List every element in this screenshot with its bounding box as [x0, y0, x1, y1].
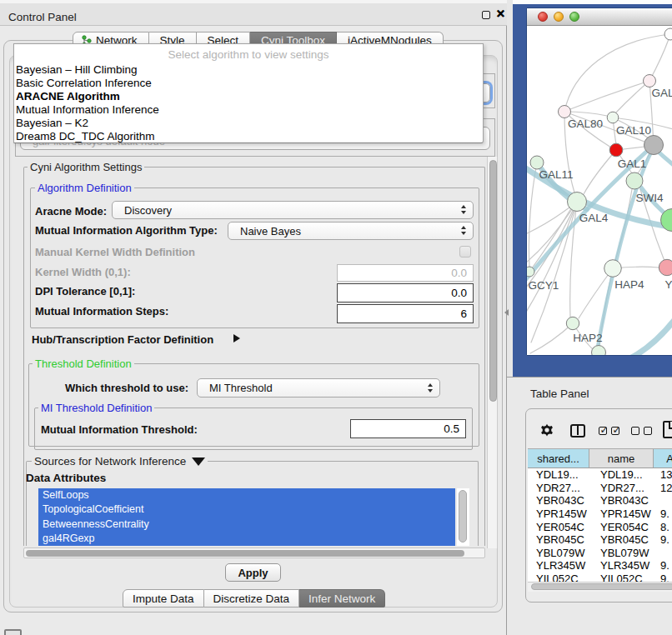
settings-horizontal-scrollbar[interactable]	[23, 548, 485, 558]
dropdown-placeholder: Select algorithm to view settings	[14, 44, 483, 63]
attributes-list-scrollbar[interactable]	[457, 488, 469, 546]
sources-group-title[interactable]: Sources for Network Inference	[32, 455, 208, 468]
network-canvas[interactable]: GALGAL80GAL10GAL1GAL11SWI4GAL4GCY1HAP4YH…	[527, 26, 672, 355]
checked-box-icon	[611, 427, 619, 435]
table-cell: 9.	[654, 533, 672, 546]
table-row[interactable]: YLR345WYLR345W9.	[528, 559, 672, 572]
network-node-gcy1[interactable]	[527, 267, 534, 277]
attributes-scrollbar-thumb[interactable]	[459, 490, 467, 542]
network-node-label: GAL1	[618, 158, 647, 170]
unchecked-boxes-icon[interactable]	[631, 427, 652, 435]
data-attributes-list[interactable]: SelfLoopsTopologicalCoefficientBetweenne…	[38, 488, 455, 546]
column-header-name[interactable]: name	[589, 449, 654, 468]
table-row[interactable]: YBR043CYBR043C	[528, 494, 672, 508]
document-icon[interactable]	[663, 421, 672, 438]
network-node-swi4[interactable]	[626, 172, 643, 189]
attribute-list-item[interactable]: gal4RGexp	[38, 532, 455, 546]
network-edge[interactable]	[529, 208, 571, 272]
mi-threshold-field[interactable]: 0.5	[350, 419, 466, 438]
table-header-row: shared...nameA	[528, 448, 672, 468]
tab-discretize-data[interactable]: Discretize Data	[204, 589, 300, 608]
mi-threshold-group-title: MI Threshold Definition	[38, 402, 154, 414]
apply-button[interactable]: Apply	[225, 563, 281, 582]
network-node-gal1[interactable]	[609, 143, 623, 157]
tab-infer-network[interactable]: Infer Network	[299, 589, 385, 608]
gear-icon[interactable]	[540, 423, 554, 437]
control-panel-titlebar[interactable]: Control Panel	[0, 3, 507, 26]
network-node-gal[interactable]	[644, 75, 656, 88]
close-window-icon[interactable]	[538, 12, 548, 22]
splitter-collapse-icon[interactable]	[504, 309, 509, 316]
mi-threshold-label: Mutual Information Threshold:	[41, 423, 198, 436]
combo-arrows-icon	[454, 222, 473, 239]
network-node[interactable]	[664, 28, 672, 40]
network-window-titlebar[interactable]	[527, 8, 672, 26]
network-edge[interactable]	[614, 81, 649, 114]
settings-vertical-scrollbar[interactable]	[487, 157, 498, 548]
table-hscroll-thumb[interactable]	[531, 583, 672, 590]
manual-kernel-label: Manual Kernel Width Definition	[35, 246, 195, 258]
column-header-a[interactable]: A	[654, 449, 672, 468]
table-row[interactable]: YDR27...YDR27...12	[528, 482, 672, 495]
tab-impute-data[interactable]: Impute Data	[123, 589, 204, 608]
column-header-shared-[interactable]: shared...	[528, 449, 589, 468]
network-edge[interactable]	[564, 34, 670, 112]
network-node-gal80[interactable]	[559, 106, 571, 118]
attribute-list-item[interactable]: SelfLoops	[38, 488, 455, 502]
network-node[interactable]	[644, 136, 664, 155]
network-node-label: HAP2	[573, 332, 602, 344]
attribute-list-item[interactable]: BetweennessCentrality	[38, 518, 455, 532]
kernel-width-field[interactable]: 0.0	[337, 264, 474, 282]
table-row[interactable]: YBL079WYBL079W	[528, 547, 672, 560]
dropdown-item[interactable]: Dream8 DC_TDC Algorithm	[14, 130, 483, 143]
network-view-window[interactable]: GALGAL80GAL10GAL1GAL11SWI4GAL4GCY1HAP4YH…	[526, 8, 672, 356]
mi-steps-label: Mutual Information Steps:	[35, 305, 168, 318]
network-edge[interactable]	[570, 81, 649, 109]
network-node-gal4[interactable]	[568, 192, 587, 212]
dpi-tolerance-field[interactable]: 0.0	[337, 283, 474, 302]
dropdown-item[interactable]: Mutual Information Inference	[14, 103, 483, 117]
network-node[interactable]	[592, 346, 606, 356]
which-threshold-combo[interactable]: MI Threshold	[197, 378, 440, 398]
dropdown-item[interactable]: Basic Correlation Inference	[14, 77, 483, 90]
manual-kernel-checkbox[interactable]	[459, 246, 471, 258]
network-node-y[interactable]	[659, 259, 672, 275]
table-row[interactable]: YER054CYER054C8.	[528, 520, 672, 533]
collapsed-corner-button[interactable]	[4, 629, 22, 635]
mi-type-combo[interactable]: Naive Bayes	[228, 222, 474, 240]
close-panel-icon[interactable]: ✕	[496, 8, 505, 20]
network-edge[interactable]	[527, 202, 577, 288]
dropdown-item[interactable]: ARACNE Algorithm	[14, 90, 483, 103]
zoom-window-icon[interactable]	[569, 12, 579, 22]
network-node-gal10[interactable]	[607, 112, 619, 123]
hub-section-label[interactable]: Hub/Transcription Factor Definition	[32, 333, 213, 346]
settings-hscroll-thumb[interactable]	[26, 550, 464, 557]
network-node-gal11[interactable]	[530, 156, 544, 169]
network-edge[interactable]	[595, 148, 654, 355]
mi-steps-field[interactable]: 6	[337, 304, 474, 323]
columns-icon[interactable]	[570, 424, 585, 438]
settings-vscroll-thumb[interactable]	[489, 160, 497, 402]
network-edge[interactable]	[620, 313, 672, 355]
network-node-label: GAL10	[616, 124, 651, 137]
dropdown-item[interactable]: Bayesian – Hill Climbing	[14, 63, 483, 77]
network-edge[interactable]	[649, 39, 669, 81]
network-node-hap2[interactable]	[566, 317, 579, 329]
which-threshold-label: Which threshold to use:	[65, 382, 188, 394]
table-cell: YER054C	[589, 521, 654, 533]
table-row[interactable]: YPR145WYPR145W9.	[528, 508, 672, 521]
table-cell: YBR045C	[589, 533, 654, 546]
expand-arrow-icon[interactable]	[233, 334, 240, 342]
checked-boxes-icon[interactable]	[599, 427, 619, 435]
minimize-window-icon[interactable]	[554, 12, 564, 22]
network-node-label: GAL	[651, 87, 672, 99]
dropdown-item[interactable]: Bayesian – K2	[14, 117, 483, 130]
table-row[interactable]: YBR045CYBR045C9.	[528, 533, 672, 547]
table-row[interactable]: YDL19...YDL19...13	[528, 468, 672, 482]
table-cell: YDL19...	[589, 468, 654, 481]
network-node-hap4[interactable]	[604, 260, 622, 278]
attribute-list-item[interactable]: TopologicalCoefficient	[38, 502, 455, 517]
aracne-mode-combo[interactable]: Discovery	[112, 201, 474, 219]
float-panel-icon[interactable]	[482, 11, 490, 19]
network-node-label: HAP4	[614, 278, 644, 291]
